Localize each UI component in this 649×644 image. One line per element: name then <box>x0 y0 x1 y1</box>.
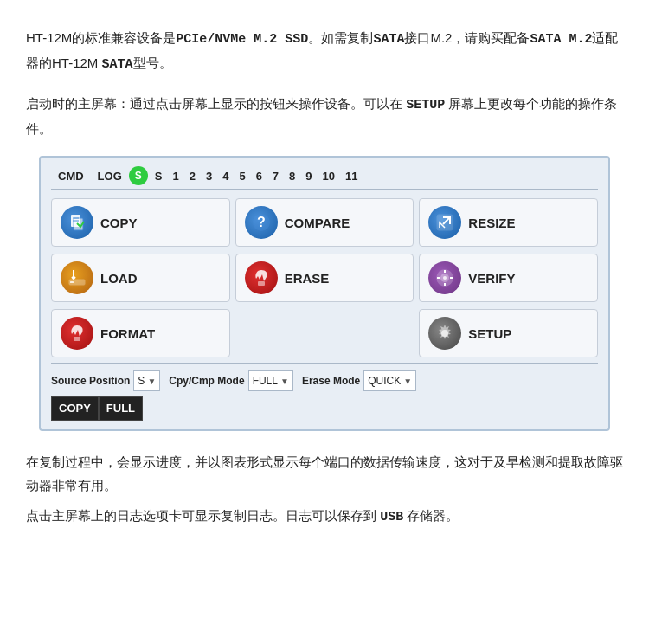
intro-text-3: 接口M.2，请购买配备 <box>404 30 530 45</box>
intro-bold-1: PCIe/NVMe M.2 SSD <box>176 32 308 47</box>
cpy-mode-dropdown[interactable]: FULL ▼ <box>248 370 293 391</box>
btn-grid-row3: FORMAT SETUP <box>51 309 598 357</box>
intro-text-2: 。如需复制 <box>308 30 373 45</box>
tab-5[interactable]: 5 <box>234 168 250 184</box>
cpy-mode-value: FULL <box>253 372 278 390</box>
intro-bold-2: SATA <box>373 32 404 47</box>
section-paragraph: 启动时的主屏幕：通过点击屏幕上显示的按钮来操作设备。可以在 SETUP 屏幕上更… <box>26 92 623 140</box>
bottom-para1: 在复制过程中，会显示进度，并以图表形式显示每个端口的数据传输速度，这对于及早检测… <box>26 450 623 497</box>
format-label: FORMAT <box>100 326 155 341</box>
svg-point-13 <box>443 276 447 280</box>
load-icon <box>61 261 93 294</box>
copy-button[interactable]: COPY <box>51 198 230 247</box>
source-position-label: Source Position <box>51 372 130 390</box>
copy-label: COPY <box>100 216 138 230</box>
cpy-arrow-icon: ▼ <box>280 374 289 389</box>
tab-8[interactable]: 8 <box>284 168 300 184</box>
bottom-para2-text: 点击主屏幕上的日志选项卡可显示复制日志。日志可以保存到 <box>26 508 380 523</box>
tab-numbers: 1 2 3 4 5 6 7 8 9 10 11 <box>167 168 363 184</box>
source-arrow-icon: ▼ <box>147 374 156 389</box>
status-bar: Source Position S ▼ Cpy/Cmp Mode FULL ▼ … <box>51 363 598 391</box>
tab-9[interactable]: 9 <box>300 168 317 184</box>
resize-icon <box>428 206 461 239</box>
svg-rect-9 <box>70 281 74 283</box>
tab-7[interactable]: 7 <box>267 168 284 184</box>
tab-cmd[interactable]: CMD <box>51 168 91 184</box>
btn-grid-row1: COPY ? COMPARE RESIZE <box>51 198 598 247</box>
tab-2[interactable]: 2 <box>184 168 201 184</box>
bottom-para2-rest: 存储器。 <box>403 508 459 523</box>
section-bold-1: SETUP <box>406 98 445 113</box>
bottom-para2: 点击主屏幕上的日志选项卡可显示复制日志。日志可以保存到 USB 存储器。 <box>26 504 623 529</box>
erase-arrow-icon: ▼ <box>403 374 412 389</box>
intro-bold-3: SATA M.2 <box>530 32 592 47</box>
erase-label: ERASE <box>285 271 330 286</box>
tab-6[interactable]: 6 <box>251 168 267 184</box>
setup-icon <box>428 317 461 350</box>
device-panel: CMD LOG S S 1 2 3 4 5 6 7 8 9 10 11 <box>39 156 610 431</box>
setup-button[interactable]: SETUP <box>419 309 598 357</box>
verify-label: VERIFY <box>468 271 515 286</box>
source-position-value: S <box>138 372 145 390</box>
svg-rect-18 <box>74 337 80 341</box>
bottom-para2-bold: USB <box>380 510 403 525</box>
load-label: LOAD <box>100 271 138 286</box>
intro-paragraph: HT-12M的标准兼容设备是PCIe/NVMe M.2 SSD。如需复制SATA… <box>26 26 623 76</box>
erase-mode-value: QUICK <box>368 372 401 390</box>
cpy-mode-label: Cpy/Cmp Mode <box>169 372 244 390</box>
svg-rect-10 <box>258 281 265 286</box>
tab-log[interactable]: LOG <box>91 168 129 184</box>
resize-label: RESIZE <box>468 216 515 230</box>
verify-button[interactable]: VERIFY <box>419 254 598 302</box>
verify-icon <box>428 261 461 294</box>
load-button[interactable]: LOAD <box>51 254 230 302</box>
tab-s[interactable]: S <box>150 168 168 184</box>
bottom-badges: COPY FULL <box>51 396 598 421</box>
intro-text-1: HT-12M的标准兼容设备是 <box>26 30 176 45</box>
tab-10[interactable]: 10 <box>318 168 340 184</box>
section-text-1: 启动时的主屏幕：通过点击屏幕上显示的按钮来操作设备。可以在 <box>26 96 406 111</box>
setup-label: SETUP <box>468 326 511 341</box>
bottom-section: 在复制过程中，会显示进度，并以图表形式显示每个端口的数据传输速度，这对于及早检测… <box>26 450 623 529</box>
svg-text:?: ? <box>257 215 266 229</box>
erase-mode-label: Erase Mode <box>302 372 360 390</box>
cpy-mode-item: Cpy/Cmp Mode FULL ▼ <box>169 370 293 391</box>
compare-button[interactable]: ? COMPARE <box>235 198 414 247</box>
tab-bar: CMD LOG S S 1 2 3 4 5 6 7 8 9 10 11 <box>51 166 598 190</box>
badge-copy: COPY <box>51 396 99 421</box>
badge-full: FULL <box>99 396 143 421</box>
erase-mode-item: Erase Mode QUICK ▼ <box>302 370 416 391</box>
erase-button[interactable]: ERASE <box>235 254 414 302</box>
empty-slot <box>235 309 414 357</box>
tab-4[interactable]: 4 <box>217 168 234 184</box>
compare-label: COMPARE <box>285 216 350 230</box>
erase-icon <box>245 261 278 294</box>
source-position-dropdown[interactable]: S ▼ <box>133 370 160 391</box>
source-position-item: Source Position S ▼ <box>51 370 160 391</box>
tab-3[interactable]: 3 <box>201 168 217 184</box>
copy-icon <box>61 206 93 239</box>
erase-mode-dropdown[interactable]: QUICK ▼ <box>363 370 416 391</box>
resize-button[interactable]: RESIZE <box>419 198 598 247</box>
tab-11[interactable]: 11 <box>340 168 363 184</box>
format-button[interactable]: FORMAT <box>51 309 230 357</box>
intro-bold-4: SATA <box>102 57 133 72</box>
intro-text-5: 型号。 <box>133 55 172 70</box>
tab-1[interactable]: 1 <box>167 168 183 184</box>
format-icon <box>61 317 93 350</box>
tab-s-circle[interactable]: S <box>129 166 148 185</box>
compare-icon: ? <box>245 206 278 239</box>
btn-grid-row2: LOAD ERASE <box>51 254 598 302</box>
